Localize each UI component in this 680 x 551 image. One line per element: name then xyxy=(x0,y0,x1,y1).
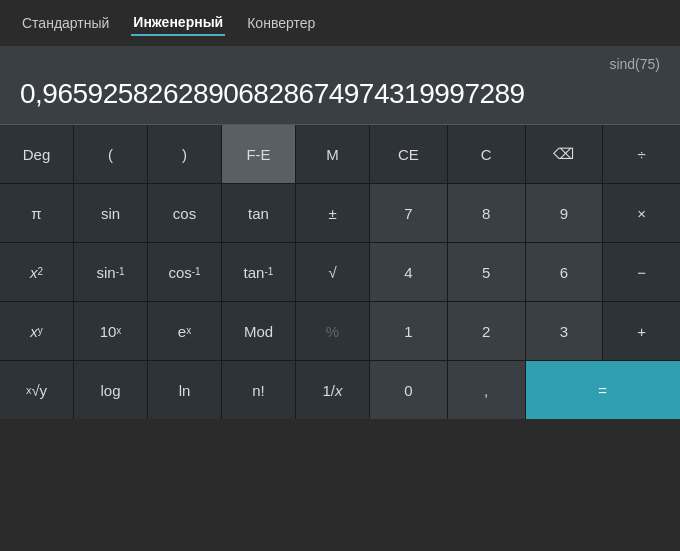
eight-button[interactable]: 8 xyxy=(448,184,525,242)
backspace-button[interactable]: ⌫ xyxy=(526,125,603,183)
open-paren-button[interactable]: ( xyxy=(74,125,147,183)
nav-standard[interactable]: Стандартный xyxy=(20,11,111,35)
sqrt-button[interactable]: √ xyxy=(296,243,369,301)
nav-engineering[interactable]: Инженерный xyxy=(131,10,225,36)
seven-button[interactable]: 7 xyxy=(370,184,447,242)
display-expression: sind(75) xyxy=(20,56,660,72)
atan-button[interactable]: tan-1 xyxy=(222,243,295,301)
c-button[interactable]: C xyxy=(448,125,525,183)
factorial-button[interactable]: n! xyxy=(222,361,295,419)
one-button[interactable]: 1 xyxy=(370,302,447,360)
pi-button[interactable]: π xyxy=(0,184,73,242)
log-button[interactable]: log xyxy=(74,361,147,419)
mod-button[interactable]: Mod xyxy=(222,302,295,360)
display-area: sind(75) 0,96592582628906828674974319997… xyxy=(0,46,680,125)
plus-button[interactable]: + xyxy=(603,302,680,360)
ce-button[interactable]: CE xyxy=(370,125,447,183)
right-panel: CE C ⌫ ÷ 7 8 9 × 4 5 6 − 1 2 3 + 0 , = xyxy=(370,125,680,419)
asin-button[interactable]: sin-1 xyxy=(74,243,147,301)
four-button[interactable]: 4 xyxy=(370,243,447,301)
reciprocal-button[interactable]: 1/x xyxy=(296,361,369,419)
three-button[interactable]: 3 xyxy=(526,302,603,360)
five-button[interactable]: 5 xyxy=(448,243,525,301)
ten-power-button[interactable]: 10x xyxy=(74,302,147,360)
nine-button[interactable]: 9 xyxy=(526,184,603,242)
multiply-button[interactable]: × xyxy=(603,184,680,242)
comma-button[interactable]: , xyxy=(448,361,525,419)
nav-converter[interactable]: Конвертер xyxy=(245,11,317,35)
nav-bar: Стандартный Инженерный Конвертер xyxy=(0,0,680,46)
tan-button[interactable]: tan xyxy=(222,184,295,242)
minus-button[interactable]: − xyxy=(603,243,680,301)
buttons-area: Deg ( ) F-E M π sin cos tan ± x2 sin-1 c… xyxy=(0,125,680,419)
power-button[interactable]: xy xyxy=(0,302,73,360)
cos-button[interactable]: cos xyxy=(148,184,221,242)
deg-button[interactable]: Deg xyxy=(0,125,73,183)
display-value: 0,96592582628906828674974319997289 xyxy=(20,78,660,110)
m-button[interactable]: M xyxy=(296,125,369,183)
sin-button[interactable]: sin xyxy=(74,184,147,242)
e-power-button[interactable]: ex xyxy=(148,302,221,360)
left-panel: Deg ( ) F-E M π sin cos tan ± x2 sin-1 c… xyxy=(0,125,370,419)
percent-button[interactable]: % xyxy=(296,302,369,360)
fe-button[interactable]: F-E xyxy=(222,125,295,183)
divide-button[interactable]: ÷ xyxy=(603,125,680,183)
equals-button[interactable]: = xyxy=(526,361,681,419)
square-button[interactable]: x2 xyxy=(0,243,73,301)
six-button[interactable]: 6 xyxy=(526,243,603,301)
plusminus-button[interactable]: ± xyxy=(296,184,369,242)
ln-button[interactable]: ln xyxy=(148,361,221,419)
two-button[interactable]: 2 xyxy=(448,302,525,360)
zero-button[interactable]: 0 xyxy=(370,361,447,419)
acos-button[interactable]: cos-1 xyxy=(148,243,221,301)
close-paren-button[interactable]: ) xyxy=(148,125,221,183)
xrooty-button[interactable]: x√y xyxy=(0,361,73,419)
